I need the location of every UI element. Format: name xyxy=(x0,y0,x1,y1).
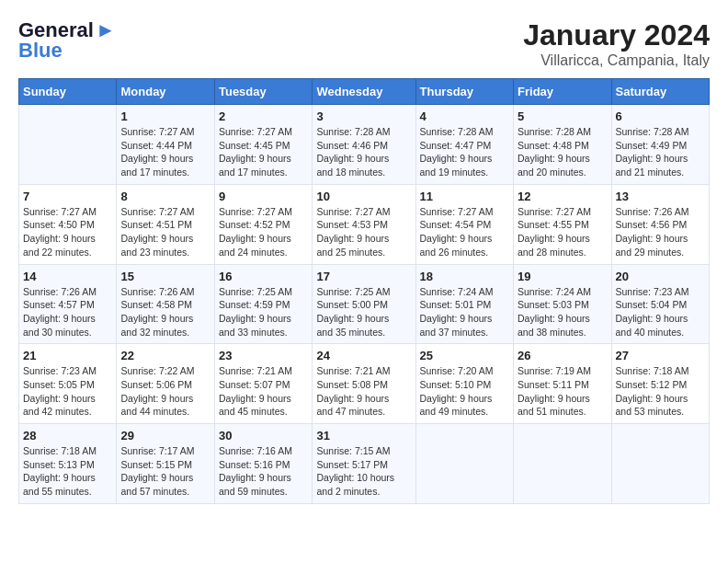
table-row: 18Sunrise: 7:24 AMSunset: 5:01 PMDayligh… xyxy=(415,264,513,344)
week-row-5: 28Sunrise: 7:18 AMSunset: 5:13 PMDayligh… xyxy=(19,424,710,504)
day-info: Sunrise: 7:25 AMSunset: 5:00 PMDaylight:… xyxy=(316,285,411,339)
table-row: 9Sunrise: 7:27 AMSunset: 4:52 PMDaylight… xyxy=(214,184,312,264)
table-row xyxy=(514,424,611,504)
day-number: 26 xyxy=(518,349,607,362)
day-number: 2 xyxy=(219,109,308,123)
day-info: Sunrise: 7:26 AMSunset: 4:57 PMDaylight:… xyxy=(23,285,112,339)
week-row-1: 1Sunrise: 7:27 AMSunset: 4:44 PMDaylight… xyxy=(19,105,710,185)
table-row xyxy=(19,105,117,185)
day-number: 27 xyxy=(616,349,706,362)
day-info: Sunrise: 7:27 AMSunset: 4:44 PMDaylight:… xyxy=(120,125,210,179)
table-row: 24Sunrise: 7:21 AMSunset: 5:08 PMDayligh… xyxy=(313,344,415,424)
col-sunday: Sunday xyxy=(19,79,117,105)
day-number: 1 xyxy=(120,109,210,123)
day-number: 22 xyxy=(120,349,210,362)
day-info: Sunrise: 7:26 AMSunset: 4:56 PMDaylight:… xyxy=(616,205,706,259)
day-number: 8 xyxy=(120,190,210,203)
table-row: 30Sunrise: 7:16 AMSunset: 5:16 PMDayligh… xyxy=(214,424,312,504)
table-row: 16Sunrise: 7:25 AMSunset: 4:59 PMDayligh… xyxy=(214,264,312,344)
day-info: Sunrise: 7:24 AMSunset: 5:03 PMDaylight:… xyxy=(518,285,607,339)
calendar-header-row: Sunday Monday Tuesday Wednesday Thursday… xyxy=(19,79,710,105)
day-info: Sunrise: 7:27 AMSunset: 4:50 PMDaylight:… xyxy=(23,205,112,259)
day-info: Sunrise: 7:28 AMSunset: 4:46 PMDaylight:… xyxy=(316,125,411,179)
day-info: Sunrise: 7:17 AMSunset: 5:15 PMDaylight:… xyxy=(120,444,210,499)
day-number: 16 xyxy=(219,270,308,283)
day-number: 7 xyxy=(23,190,112,203)
table-row: 8Sunrise: 7:27 AMSunset: 4:51 PMDaylight… xyxy=(117,184,214,264)
day-info: Sunrise: 7:19 AMSunset: 5:11 PMDaylight:… xyxy=(518,364,607,419)
table-row: 31Sunrise: 7:15 AMSunset: 5:17 PMDayligh… xyxy=(313,424,415,504)
day-info: Sunrise: 7:27 AMSunset: 4:53 PMDaylight:… xyxy=(316,205,411,259)
table-row: 22Sunrise: 7:22 AMSunset: 5:06 PMDayligh… xyxy=(117,344,214,424)
day-info: Sunrise: 7:27 AMSunset: 4:51 PMDaylight:… xyxy=(120,205,210,259)
day-number: 21 xyxy=(23,349,112,362)
table-row: 3Sunrise: 7:28 AMSunset: 4:46 PMDaylight… xyxy=(313,105,415,185)
day-number: 18 xyxy=(420,270,509,283)
day-info: Sunrise: 7:27 AMSunset: 4:55 PMDaylight:… xyxy=(518,205,607,259)
day-number: 15 xyxy=(120,270,210,283)
table-row: 10Sunrise: 7:27 AMSunset: 4:53 PMDayligh… xyxy=(313,184,415,264)
table-row: 15Sunrise: 7:26 AMSunset: 4:58 PMDayligh… xyxy=(117,264,214,344)
table-row: 14Sunrise: 7:26 AMSunset: 4:57 PMDayligh… xyxy=(19,264,117,344)
day-info: Sunrise: 7:21 AMSunset: 5:08 PMDaylight:… xyxy=(316,364,411,419)
day-number: 25 xyxy=(420,349,509,362)
day-info: Sunrise: 7:23 AMSunset: 5:04 PMDaylight:… xyxy=(616,285,706,339)
table-row: 12Sunrise: 7:27 AMSunset: 4:55 PMDayligh… xyxy=(514,184,611,264)
table-row: 28Sunrise: 7:18 AMSunset: 5:13 PMDayligh… xyxy=(19,424,117,504)
table-row: 21Sunrise: 7:23 AMSunset: 5:05 PMDayligh… xyxy=(19,344,117,424)
day-info: Sunrise: 7:20 AMSunset: 5:10 PMDaylight:… xyxy=(420,364,509,419)
table-row: 27Sunrise: 7:18 AMSunset: 5:12 PMDayligh… xyxy=(611,344,710,424)
table-row: 19Sunrise: 7:24 AMSunset: 5:03 PMDayligh… xyxy=(514,264,611,344)
page-title: January 2024 xyxy=(523,18,710,52)
logo-blue: Blue xyxy=(18,39,63,63)
day-number: 10 xyxy=(316,190,411,203)
table-row: 25Sunrise: 7:20 AMSunset: 5:10 PMDayligh… xyxy=(415,344,513,424)
week-row-2: 7Sunrise: 7:27 AMSunset: 4:50 PMDaylight… xyxy=(19,184,710,264)
day-info: Sunrise: 7:22 AMSunset: 5:06 PMDaylight:… xyxy=(120,364,210,419)
day-number: 14 xyxy=(23,270,112,283)
day-number: 30 xyxy=(219,429,308,442)
table-row: 2Sunrise: 7:27 AMSunset: 4:45 PMDaylight… xyxy=(214,105,312,185)
col-monday: Monday xyxy=(117,79,214,105)
title-block: January 2024 Villaricca, Campania, Italy xyxy=(523,18,710,69)
calendar-table: Sunday Monday Tuesday Wednesday Thursday… xyxy=(18,78,710,504)
col-thursday: Thursday xyxy=(415,79,513,105)
day-number: 4 xyxy=(420,109,509,123)
table-row: 20Sunrise: 7:23 AMSunset: 5:04 PMDayligh… xyxy=(611,264,710,344)
day-info: Sunrise: 7:27 AMSunset: 4:52 PMDaylight:… xyxy=(219,205,308,259)
week-row-3: 14Sunrise: 7:26 AMSunset: 4:57 PMDayligh… xyxy=(19,264,710,344)
day-number: 6 xyxy=(616,109,706,123)
day-info: Sunrise: 7:27 AMSunset: 4:45 PMDaylight:… xyxy=(219,125,308,179)
day-number: 12 xyxy=(518,190,607,203)
day-number: 23 xyxy=(219,349,308,362)
page-subtitle: Villaricca, Campania, Italy xyxy=(523,52,710,69)
table-row: 6Sunrise: 7:28 AMSunset: 4:49 PMDaylight… xyxy=(611,105,710,185)
logo: General ► Blue xyxy=(18,18,116,63)
logo-bird-icon: ► xyxy=(96,18,116,42)
table-row: 4Sunrise: 7:28 AMSunset: 4:47 PMDaylight… xyxy=(415,105,513,185)
day-number: 29 xyxy=(120,429,210,442)
day-info: Sunrise: 7:28 AMSunset: 4:47 PMDaylight:… xyxy=(420,125,509,179)
day-number: 5 xyxy=(518,109,607,123)
table-row xyxy=(611,424,710,504)
table-row: 23Sunrise: 7:21 AMSunset: 5:07 PMDayligh… xyxy=(214,344,312,424)
day-number: 17 xyxy=(316,270,411,283)
day-number: 3 xyxy=(316,109,411,123)
page-header: General ► Blue January 2024 Villaricca, … xyxy=(18,18,710,69)
table-row: 26Sunrise: 7:19 AMSunset: 5:11 PMDayligh… xyxy=(514,344,611,424)
table-row: 17Sunrise: 7:25 AMSunset: 5:00 PMDayligh… xyxy=(313,264,415,344)
col-tuesday: Tuesday xyxy=(214,79,312,105)
day-info: Sunrise: 7:18 AMSunset: 5:13 PMDaylight:… xyxy=(23,444,112,499)
table-row: 1Sunrise: 7:27 AMSunset: 4:44 PMDaylight… xyxy=(117,105,214,185)
day-number: 9 xyxy=(219,190,308,203)
day-number: 20 xyxy=(616,270,706,283)
col-saturday: Saturday xyxy=(611,79,710,105)
day-number: 24 xyxy=(316,349,411,362)
col-friday: Friday xyxy=(514,79,611,105)
day-info: Sunrise: 7:26 AMSunset: 4:58 PMDaylight:… xyxy=(120,285,210,339)
day-number: 31 xyxy=(316,429,411,442)
day-info: Sunrise: 7:23 AMSunset: 5:05 PMDaylight:… xyxy=(23,364,112,419)
col-wednesday: Wednesday xyxy=(313,79,415,105)
day-info: Sunrise: 7:28 AMSunset: 4:48 PMDaylight:… xyxy=(518,125,607,179)
table-row xyxy=(415,424,513,504)
